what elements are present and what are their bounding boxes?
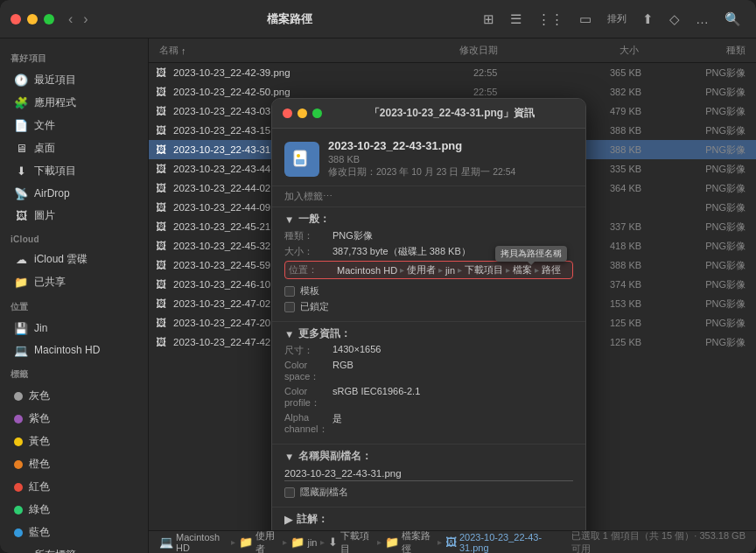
tag-gray-label: 灰色 bbox=[29, 388, 50, 403]
status-text: 已選取 1 個項目（共 15 個）· 353.18 GB 可用 bbox=[571, 529, 746, 554]
share-button[interactable]: ⬆ bbox=[638, 9, 658, 30]
sidebar-item-tag-purple[interactable]: 紫色 bbox=[4, 408, 144, 430]
purple-tag-dot bbox=[14, 415, 23, 424]
view-list-button[interactable]: ☰ bbox=[506, 9, 526, 30]
sidebar-item-tag-gray[interactable]: 灰色 bbox=[4, 385, 144, 407]
sidebar-item-icloud-label: iCloud 雲碟 bbox=[34, 252, 88, 267]
sidebar-item-tag-blue[interactable]: 藍色 bbox=[4, 522, 144, 543]
sidebar-item-tag-orange[interactable]: 橙色 bbox=[4, 453, 144, 475]
header-size[interactable]: 大小 bbox=[559, 44, 639, 57]
location-part-5: 檔案 bbox=[513, 263, 532, 276]
header-date[interactable]: 修改日期 bbox=[399, 44, 559, 57]
more-button[interactable]: … bbox=[691, 9, 713, 29]
alpha-value: 是 bbox=[332, 412, 573, 425]
kind-label: 種類： bbox=[284, 229, 332, 242]
header-name[interactable]: 名稱 ↑ bbox=[156, 44, 399, 57]
locked-checkbox[interactable] bbox=[284, 302, 295, 312]
sidebar-item-tag-green[interactable]: 綠色 bbox=[4, 499, 144, 521]
general-section-header[interactable]: ▼ 一般： bbox=[284, 213, 573, 226]
info-minimize-button[interactable] bbox=[298, 108, 307, 118]
file-kind: PNG影像 bbox=[641, 259, 749, 272]
view-gallery-button[interactable]: ▭ bbox=[575, 9, 596, 30]
sidebar-item-downloads[interactable]: ⬇ 下載項目 bbox=[4, 160, 144, 182]
sidebar-item-icloud-drive[interactable]: ☁ iCloud 雲碟 bbox=[4, 248, 144, 270]
view-icons-button[interactable]: ⊞ bbox=[479, 9, 499, 30]
file-icon: 🖼 bbox=[156, 298, 166, 310]
bc-filepath: 📁 檔案路徑 bbox=[385, 529, 434, 554]
template-label: 模板 bbox=[300, 284, 319, 298]
location-sep-3: ▸ bbox=[458, 265, 462, 275]
downloads-icon: ⬇ bbox=[14, 164, 28, 178]
sidebar-item-shared[interactable]: 📁 已共享 bbox=[4, 271, 144, 293]
file-kind: PNG影像 bbox=[641, 278, 749, 291]
back-button[interactable]: ‹ bbox=[65, 10, 76, 29]
sidebar-item-macintosh[interactable]: 💻 Macintosh HD bbox=[4, 340, 144, 360]
sidebar-item-airdrop[interactable]: 📡 AirDrop bbox=[4, 183, 144, 204]
header-kind[interactable]: 種類 bbox=[639, 44, 749, 57]
alias-name-input[interactable] bbox=[284, 466, 573, 481]
location-part-4: 下載項目 bbox=[465, 263, 503, 276]
add-tags-row[interactable]: 加入標籤⋯ bbox=[272, 186, 585, 207]
hide-ext-row: 隱藏副檔名 bbox=[284, 486, 573, 499]
colorspace-label: Color space： bbox=[284, 360, 332, 383]
arrange-button[interactable]: 排列 bbox=[603, 10, 631, 28]
file-kind: PNG影像 bbox=[641, 105, 749, 118]
bc-filepath-label: 檔案路徑 bbox=[402, 529, 434, 554]
sidebar-item-apps[interactable]: 🧩 應用程式 bbox=[4, 92, 144, 114]
search-button[interactable]: 🔍 bbox=[720, 9, 746, 30]
minimize-button[interactable] bbox=[27, 14, 38, 24]
bc-macintosh-icon: 💻 bbox=[159, 536, 173, 549]
bc-jin-icon: 📁 bbox=[290, 536, 304, 549]
list-header: 名稱 ↑ 修改日期 大小 種類 bbox=[149, 38, 756, 63]
bc-users-icon: 📁 bbox=[239, 536, 253, 549]
file-icon: 🖼 bbox=[156, 66, 166, 79]
maximize-button[interactable] bbox=[44, 14, 54, 24]
comments-section: ▶ 註解： bbox=[272, 508, 585, 530]
general-section: ▼ 一般： 種類： PNG影像 大小： 387,733 byte（磁碟上 388… bbox=[272, 207, 585, 322]
red-tag-dot bbox=[14, 483, 23, 492]
file-kind: PNG影像 bbox=[641, 124, 749, 137]
info-maximize-button[interactable] bbox=[312, 108, 322, 118]
colorspace-value: RGB bbox=[332, 360, 573, 370]
sidebar-item-tag-yellow[interactable]: 黃色 bbox=[4, 430, 144, 452]
yellow-tag-dot bbox=[14, 438, 23, 446]
sidebar-item-shared-label: 已共享 bbox=[34, 275, 66, 290]
hide-ext-checkbox[interactable] bbox=[284, 487, 295, 498]
jin-icon: 💾 bbox=[14, 321, 28, 335]
general-arrow: ▼ bbox=[284, 214, 294, 225]
comments-arrow: ▶ bbox=[284, 514, 292, 526]
sidebar-item-recent[interactable]: 🕐 最近項目 bbox=[4, 69, 144, 91]
tag-blue-label: 藍色 bbox=[29, 525, 50, 540]
sidebar-item-tag-red[interactable]: 紅色 bbox=[4, 476, 144, 498]
tag-button[interactable]: ◇ bbox=[665, 9, 684, 30]
locked-row: 已鎖定 bbox=[284, 300, 573, 313]
file-kind: PNG影像 bbox=[641, 298, 749, 311]
bc-selected-file-icon: 🖼 bbox=[445, 536, 457, 549]
alias-section: ▼ 名稱與副檔名： 隱藏副檔名 bbox=[272, 444, 585, 508]
nav-buttons: ‹ › bbox=[65, 10, 92, 29]
bc-selected-file: 🖼 2023-10-23_22-43-31.png bbox=[445, 532, 557, 553]
sidebar-item-documents[interactable]: 📄 文件 bbox=[4, 115, 144, 136]
sidebar-item-photos[interactable]: 🖼 圖片 bbox=[4, 205, 144, 227]
close-button[interactable] bbox=[10, 14, 21, 24]
info-panel-title: 「2023-10-23_22-43-31.png」資訊 bbox=[329, 106, 575, 121]
view-columns-button[interactable]: ⋮⋮ bbox=[533, 9, 568, 30]
info-close-button[interactable] bbox=[283, 108, 292, 118]
bc-sep-3: ▸ bbox=[320, 537, 325, 547]
status-bar: 💻 Macintosh HD ▸ 📁 使用者 ▸ 📁 jin ▸ bbox=[149, 530, 756, 553]
more-info-header[interactable]: ▼ 更多資訊： bbox=[284, 327, 573, 340]
table-row[interactable]: 🖼 2023-10-23_22-42-39.png 22:55 365 KB P… bbox=[149, 63, 756, 82]
sidebar-item-desktop[interactable]: 🖥 桌面 bbox=[4, 137, 144, 159]
file-icon: 🖼 bbox=[156, 240, 166, 252]
template-checkbox[interactable] bbox=[284, 286, 295, 297]
alias-header[interactable]: ▼ 名稱與副檔名： bbox=[284, 450, 573, 463]
sidebar-item-all-tags[interactable]: ○ 所有標籤⋯ bbox=[4, 544, 144, 553]
forward-button[interactable]: › bbox=[80, 10, 91, 29]
sidebar-item-downloads-label: 下載項目 bbox=[34, 164, 76, 178]
location-part-6: 路徑 bbox=[542, 263, 561, 276]
comments-header[interactable]: ▶ 註解： bbox=[284, 513, 573, 526]
breadcrumb: 💻 Macintosh HD ▸ 📁 使用者 ▸ 📁 jin ▸ bbox=[149, 529, 756, 554]
size-label: 大小： bbox=[284, 245, 332, 258]
sidebar-item-jin[interactable]: 💾 Jin bbox=[4, 318, 144, 339]
documents-icon: 📄 bbox=[14, 119, 28, 133]
